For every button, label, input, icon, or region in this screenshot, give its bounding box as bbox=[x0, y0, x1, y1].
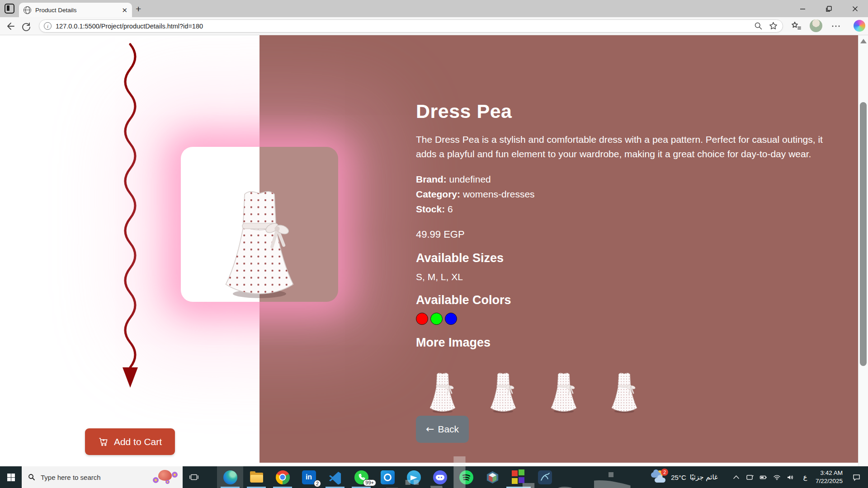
taskbar-netbeans-icon[interactable] bbox=[479, 466, 505, 488]
task-view-button[interactable] bbox=[183, 466, 205, 488]
taskbar-search-box[interactable]: Type here to search bbox=[22, 466, 183, 488]
taskbar-outlook-icon[interactable] bbox=[374, 466, 401, 488]
weather-description[interactable]: غائم جزئيًا bbox=[690, 473, 718, 481]
volume-icon[interactable] bbox=[784, 466, 797, 488]
back-button[interactable]: ← Back bbox=[416, 416, 469, 443]
product-thumbnail[interactable] bbox=[546, 370, 581, 414]
scrollbar-thumb[interactable] bbox=[860, 102, 867, 366]
clock-date: 7/22/2025 bbox=[816, 477, 843, 485]
wavy-arrow-decoration bbox=[117, 42, 144, 392]
tray-chevron-icon[interactable] bbox=[730, 466, 743, 488]
action-center-icon[interactable] bbox=[847, 466, 865, 488]
tab-actions-icon[interactable] bbox=[5, 4, 14, 14]
refresh-icon[interactable] bbox=[21, 21, 32, 32]
product-thumbnail[interactable] bbox=[425, 370, 460, 414]
start-button[interactable] bbox=[0, 466, 22, 488]
taskbar-discord-icon[interactable] bbox=[427, 466, 453, 488]
browser-titlebar: Product Details ✕ + bbox=[0, 0, 868, 17]
search-icon bbox=[28, 474, 35, 481]
taskbar-colored-squares-icon[interactable] bbox=[505, 466, 532, 488]
page-bottom-strip bbox=[0, 463, 858, 466]
flower-art bbox=[153, 477, 159, 483]
taskbar-telegram-icon[interactable] bbox=[401, 466, 427, 488]
taskbar-mysql-workbench-icon[interactable] bbox=[532, 466, 558, 488]
search-placeholder: Type here to search bbox=[41, 474, 146, 481]
battery-icon[interactable] bbox=[757, 466, 770, 488]
sizes-heading: Available Sizes bbox=[416, 251, 845, 265]
add-to-cart-button[interactable]: Add to Cart bbox=[85, 428, 175, 455]
new-tab-button[interactable]: + bbox=[136, 4, 141, 14]
maximize-button[interactable] bbox=[816, 0, 842, 17]
taskbar-clock[interactable]: 3:42 AM 7/22/2025 bbox=[813, 469, 847, 485]
taskbar-spotify-icon[interactable] bbox=[453, 466, 479, 488]
favorite-star-icon[interactable] bbox=[769, 21, 778, 31]
windows-taskbar: Type here to search in 2 99+ bbox=[0, 466, 868, 488]
product-thumbnail[interactable] bbox=[607, 370, 642, 414]
more-images-row bbox=[416, 370, 845, 415]
product-title: Dress Pea bbox=[416, 100, 845, 122]
copilot-icon[interactable] bbox=[854, 20, 865, 32]
weather-badge: 2 bbox=[661, 469, 668, 476]
product-main-image[interactable] bbox=[212, 183, 307, 300]
zoom-page-icon[interactable] bbox=[754, 21, 763, 31]
add-to-cart-label: Add to Cart bbox=[114, 436, 162, 447]
back-arrow-icon: ← bbox=[426, 423, 434, 435]
color-swatch[interactable] bbox=[430, 313, 443, 325]
weather-temperature[interactable]: 25°C bbox=[671, 474, 686, 481]
color-swatches bbox=[416, 313, 845, 325]
windows-logo-icon bbox=[7, 474, 15, 481]
product-brand-row: Brand: undefined bbox=[416, 172, 845, 187]
scrollbar-up-arrow[interactable] bbox=[860, 39, 867, 43]
favorites-hub-icon[interactable] bbox=[791, 21, 802, 32]
taskbar-vscode-icon[interactable] bbox=[322, 466, 348, 488]
sizes-value: S, M, L, XL bbox=[416, 272, 845, 282]
tab-title: Product Details bbox=[35, 7, 118, 14]
language-indicator[interactable]: ع bbox=[797, 473, 813, 481]
product-price: 49.99 EGP bbox=[416, 229, 845, 240]
flower-art bbox=[172, 472, 178, 478]
cloud-icon bbox=[655, 478, 665, 483]
back-nav-icon[interactable] bbox=[5, 21, 15, 32]
brain-art bbox=[158, 470, 172, 481]
product-category-row: Category: womens-dresses bbox=[416, 187, 845, 202]
taskbar-whatsapp-icon[interactable]: 99+ bbox=[348, 466, 374, 488]
taskbar-file-explorer-icon[interactable] bbox=[243, 466, 269, 488]
settings-ellipsis-icon[interactable] bbox=[830, 21, 841, 32]
taskbar-linkedin-icon[interactable]: in 2 bbox=[296, 466, 322, 488]
product-stock-row: Stock: 6 bbox=[416, 202, 845, 217]
more-images-heading: More Images bbox=[416, 336, 845, 350]
product-image-card bbox=[181, 147, 338, 302]
product-info-column: Dress Pea The Dress Pea is a stylish and… bbox=[416, 35, 845, 443]
taskbar-chrome-icon[interactable] bbox=[269, 466, 296, 488]
globe-icon bbox=[24, 6, 31, 14]
product-thumbnail[interactable] bbox=[486, 370, 521, 414]
colors-heading: Available Colors bbox=[416, 293, 845, 307]
back-button-label: Back bbox=[438, 424, 459, 435]
cart-plus-icon bbox=[98, 436, 109, 447]
clock-time: 3:42 AM bbox=[816, 469, 843, 477]
wifi-icon[interactable] bbox=[770, 466, 784, 488]
site-info-icon[interactable]: i bbox=[44, 22, 52, 30]
tab-close-icon[interactable]: ✕ bbox=[122, 7, 127, 14]
flower-art bbox=[165, 480, 170, 484]
tablet-mode-icon[interactable] bbox=[743, 466, 757, 488]
search-highlight-image[interactable] bbox=[152, 468, 178, 486]
weather-widget[interactable]: 2 bbox=[650, 469, 668, 485]
close-button[interactable] bbox=[842, 0, 868, 17]
page-content: Add to Cart Dress Pea The Dress Pea is a… bbox=[0, 35, 868, 466]
address-bar[interactable]: i 127.0.0.1:5500/Project/productDetails.… bbox=[39, 19, 783, 33]
url-text[interactable]: 127.0.0.1:5500/Project/productDetails.ht… bbox=[56, 23, 748, 30]
browser-toolbar: i 127.0.0.1:5500/Project/productDetails.… bbox=[0, 17, 868, 35]
product-description: The Dress Pea is a stylish and comfortab… bbox=[416, 132, 845, 161]
taskbar-edge-icon[interactable] bbox=[217, 466, 243, 488]
color-swatch[interactable] bbox=[445, 313, 457, 325]
page-scrollbar[interactable] bbox=[858, 35, 868, 466]
linkedin-badge: 2 bbox=[314, 480, 321, 487]
screen: Product Details ✕ + i 127.0.0.1:5500/Pro… bbox=[0, 0, 868, 488]
minimize-button[interactable] bbox=[789, 0, 816, 17]
profile-avatar[interactable] bbox=[810, 19, 822, 32]
color-swatch[interactable] bbox=[416, 313, 428, 325]
browser-tab[interactable]: Product Details ✕ bbox=[19, 3, 132, 17]
